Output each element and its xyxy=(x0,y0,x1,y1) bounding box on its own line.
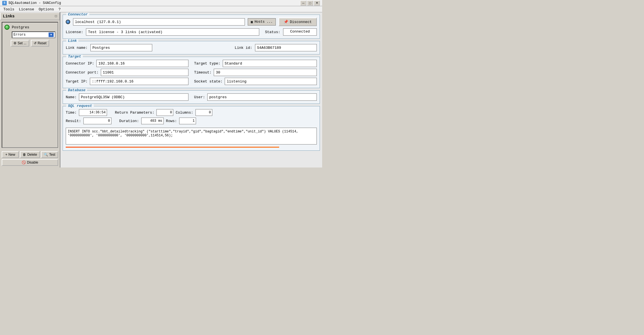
time-label: Time: xyxy=(66,111,77,115)
link-id-input[interactable] xyxy=(255,44,317,51)
set-label: Set ... xyxy=(18,41,26,45)
database-legend: Database xyxy=(66,88,87,92)
target-ip-input[interactable] xyxy=(90,78,188,85)
delete-label: Delete xyxy=(27,153,37,157)
main-layout: Links □ Postgres Errors ▼ ⚙ Set ... ↺ xyxy=(0,12,322,167)
socket-state-label: Socket state: xyxy=(194,79,222,84)
connector-port-label: Connector port: xyxy=(66,70,99,75)
disconnect-label: Disconnect xyxy=(290,20,312,24)
result-input[interactable] xyxy=(83,118,111,124)
bottom-buttons: + New 🗑 Delete 🔍 Test 🚫 Disable xyxy=(0,150,60,167)
links-title: Links xyxy=(3,14,15,19)
return-params-input[interactable] xyxy=(156,109,173,116)
test-button[interactable]: 🔍 Test xyxy=(41,151,58,158)
target-type-input[interactable] xyxy=(223,60,317,67)
columns-input[interactable] xyxy=(195,109,212,116)
filter-dropdown[interactable]: Errors ▼ xyxy=(12,31,55,38)
connector-port-field: Connector port: xyxy=(66,69,188,76)
maximize-button[interactable]: □ xyxy=(307,1,313,6)
timeout-input[interactable] xyxy=(214,69,317,76)
license-input[interactable] xyxy=(86,28,259,36)
status-value: Connected xyxy=(283,28,317,36)
rows-input[interactable] xyxy=(179,118,196,124)
hosts-label: Hosts ... xyxy=(254,20,273,24)
target-type-label: Target type: xyxy=(194,61,220,66)
connector-legend: Connector xyxy=(66,12,89,17)
sql-request-legend: SQL request xyxy=(66,104,94,108)
close-button[interactable]: ✕ xyxy=(314,1,320,6)
sql-underline xyxy=(66,147,279,148)
app-icon: S xyxy=(2,1,7,5)
db-user-input[interactable] xyxy=(207,93,317,101)
disconnect-button[interactable]: 📌 Disconnect xyxy=(279,18,317,26)
disable-label: Disable xyxy=(27,160,38,164)
new-button[interactable]: + New xyxy=(2,151,19,158)
socket-state-field: Socket state: xyxy=(194,78,317,85)
sql-textarea[interactable] xyxy=(66,128,317,144)
db-name-field: Name: xyxy=(66,93,188,101)
pin-icon: 📌 xyxy=(284,20,288,24)
link-name: Postgres xyxy=(12,25,55,29)
database-section: Database Name: User: xyxy=(63,90,320,104)
link-row: Postgres xyxy=(4,25,55,30)
time-input[interactable] xyxy=(79,109,107,116)
host-input[interactable] xyxy=(73,18,245,26)
left-panel: Links □ Postgres Errors ▼ ⚙ Set ... ↺ xyxy=(0,12,60,167)
connector-ip-field: Connector IP: xyxy=(66,60,188,67)
connection-status-dot xyxy=(4,25,10,30)
db-name-input[interactable] xyxy=(79,93,188,101)
refresh-icon: ↺ xyxy=(34,41,37,45)
duration-label: Duration: xyxy=(119,119,139,123)
filter-value: Errors xyxy=(13,33,49,37)
menu-license[interactable]: License xyxy=(17,7,37,12)
search-icon: 🔍 xyxy=(44,153,48,157)
reset-button[interactable]: ↺ Reset xyxy=(31,40,49,47)
disable-button[interactable]: 🚫 Disable xyxy=(2,159,58,166)
target-ip-field: Target IP: xyxy=(66,78,188,85)
connector-section: Connector ▦ Hosts ... 📌 Disconnect Licen… xyxy=(63,15,320,39)
link-buttons: ⚙ Set ... ↺ Reset xyxy=(4,40,55,47)
right-panel: Connector ▦ Hosts ... 📌 Disconnect Licen… xyxy=(60,12,322,167)
timeout-label: Timeout: xyxy=(194,70,211,75)
reset-label: Reset xyxy=(38,41,46,45)
links-header: Links □ xyxy=(0,12,60,20)
link-section: Link Link name: Link id: xyxy=(63,41,320,54)
menu-tools[interactable]: Tools xyxy=(1,7,17,12)
expand-icon[interactable]: □ xyxy=(55,14,57,18)
db-user-label: User: xyxy=(194,95,205,99)
link-id-label: Link id: xyxy=(235,46,252,50)
link-name-input[interactable] xyxy=(90,44,152,51)
target-type-field: Target type: xyxy=(194,60,317,67)
connector-radio[interactable] xyxy=(66,20,70,24)
connector-ip-input[interactable] xyxy=(96,60,188,67)
menu-options[interactable]: Options xyxy=(37,7,56,12)
status-label: Status: xyxy=(265,30,280,34)
connector-port-input[interactable] xyxy=(101,69,188,76)
title-text: SQL4automation - S4AConfig xyxy=(8,1,61,5)
grid-icon: ▦ xyxy=(251,20,253,24)
new-label: New xyxy=(8,153,15,157)
hosts-button[interactable]: ▦ Hosts ... xyxy=(248,18,276,26)
plus-icon: + xyxy=(5,153,7,157)
duration-input[interactable] xyxy=(141,118,164,124)
minimize-button[interactable]: ─ xyxy=(300,1,306,6)
trash-icon: 🗑 xyxy=(23,153,26,157)
delete-button[interactable]: 🗑 Delete xyxy=(20,151,40,158)
connector-ip-label: Connector IP: xyxy=(66,61,94,66)
test-label: Test xyxy=(49,153,55,157)
rows-label: Rows: xyxy=(166,119,177,123)
no-icon: 🚫 xyxy=(22,160,26,164)
target-ip-label: Target IP: xyxy=(66,79,88,84)
timeout-field: Timeout: xyxy=(194,69,317,76)
menu-help[interactable]: ? xyxy=(56,7,63,12)
return-params-label: Return Parameters: xyxy=(115,111,154,115)
gear-icon: ⚙ xyxy=(13,41,17,45)
links-inner: Postgres Errors ▼ ⚙ Set ... ↺ Reset xyxy=(2,22,58,148)
menubar: Tools License Options ? xyxy=(0,6,322,12)
sql-request-section: SQL request Time: Return Parameters: Col… xyxy=(63,106,320,151)
set-button[interactable]: ⚙ Set ... xyxy=(11,40,29,47)
db-user-field: User: xyxy=(194,93,317,101)
target-section: Target Connector IP: Target type: Connec… xyxy=(63,57,320,88)
socket-state-input[interactable] xyxy=(225,78,317,85)
link-legend: Link xyxy=(66,39,78,43)
